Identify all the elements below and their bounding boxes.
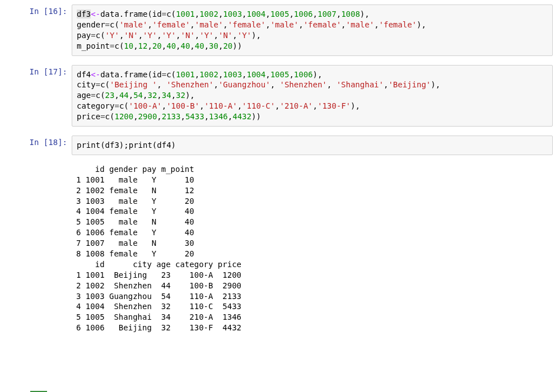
code-cell-16: In [16]: df3<-data.frame(id=c(1001,1002,… (0, 2, 555, 63)
notebook-container: In [16]: df3<-data.frame(id=c(1001,1002,… (0, 0, 555, 392)
code-input-16[interactable]: df3<-data.frame(id=c(1001,1002,1003,1004… (72, 4, 553, 56)
code-cell-18: In [18]: print(df3);print(df4) (0, 133, 555, 162)
input-prompt-18: In [18]: (0, 133, 72, 162)
code-input-18[interactable]: print(df3);print(df4) (72, 136, 553, 155)
code-output-18: id gender pay m_point 1 1001 male Y 10 2… (72, 162, 555, 338)
input-prompt-17: In [17]: (0, 63, 72, 133)
output-cell-18: id gender pay m_point 1 1001 male Y 10 2… (0, 162, 555, 338)
code-input-17[interactable]: df4<-data.frame(id=c(1001,1002,1003,1004… (72, 65, 553, 127)
input-prompt-16: In [16]: (0, 2, 72, 63)
code-cell-17: In [17]: df4<-data.frame(id=c(1001,1002,… (0, 63, 555, 133)
output-prompt-18 (0, 162, 72, 338)
